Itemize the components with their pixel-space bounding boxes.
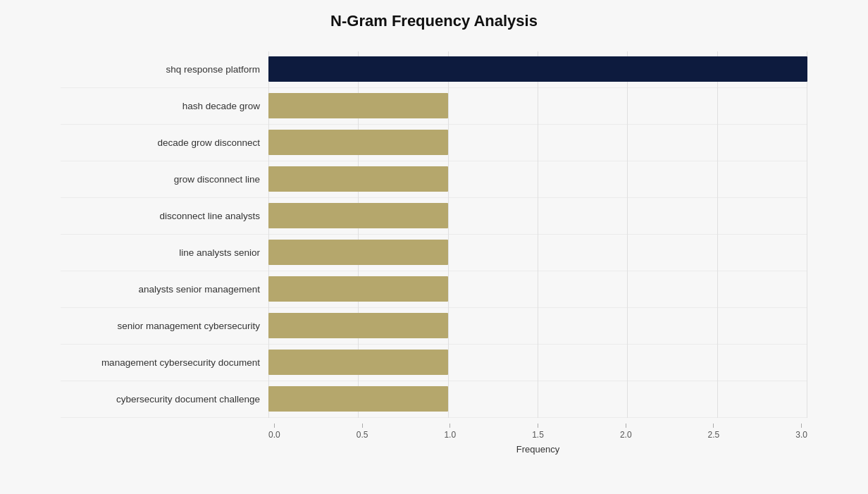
bar-track [268, 203, 807, 228]
bar-row: line analysts senior [61, 235, 807, 271]
bar-track [268, 240, 807, 265]
bar-track [268, 93, 807, 118]
bar-label: disconnect line analysts [61, 211, 268, 221]
x-tick-label: 0.0 [268, 430, 280, 440]
bar-label: shq response platform [61, 64, 268, 75]
x-tick-line [713, 424, 714, 428]
bar-label: management cybersecurity document [61, 357, 268, 368]
bar-row: disconnect line analysts [61, 198, 807, 235]
bar-label: grow disconnect line [61, 174, 268, 185]
x-axis-tick: 2.5 [708, 424, 720, 440]
bar-row: senior management cybersecurity [61, 308, 807, 345]
x-tick-line [450, 424, 450, 428]
bar-label: decade grow disconnect [61, 137, 268, 148]
bar-fill [268, 386, 448, 412]
bar-row: management cybersecurity document [61, 345, 807, 381]
x-tick-line [274, 424, 275, 428]
x-tick-line [626, 424, 626, 428]
x-axis-tick: 1.0 [444, 424, 456, 440]
bar-track [268, 276, 807, 302]
x-axis-tick: 3.0 [795, 424, 807, 440]
bar-label: senior management cybersecurity [61, 321, 268, 331]
x-tick-label: 1.5 [532, 430, 544, 440]
bar-row: hash decade grow [61, 88, 807, 125]
bar-track [268, 350, 807, 375]
x-axis-label: Frequency [268, 444, 807, 455]
bar-fill [268, 240, 448, 265]
bar-row: analysts senior management [61, 271, 807, 308]
bar-fill [268, 203, 448, 228]
x-tick-label: 1.0 [444, 430, 456, 440]
bar-track [268, 130, 807, 155]
bar-row: decade grow disconnect [61, 125, 807, 161]
x-tick-line [538, 424, 538, 428]
x-tick-line [362, 424, 363, 428]
bar-label: analysts senior management [61, 284, 268, 295]
x-tick-label: 3.0 [795, 430, 807, 440]
x-tick-label: 2.0 [620, 430, 632, 440]
bar-fill [268, 350, 448, 375]
bar-track [268, 56, 807, 82]
x-tick-line [801, 424, 802, 428]
x-axis-tick: 2.0 [620, 424, 632, 440]
bar-fill [268, 166, 448, 192]
chart-container: N-Gram Frequency Analysis shq response p… [46, 0, 822, 494]
bar-track [268, 313, 807, 338]
x-axis-tick: 0.5 [356, 424, 368, 440]
bar-label: hash decade grow [61, 101, 268, 111]
x-axis-tick: 0.0 [268, 424, 280, 440]
bar-row: shq response platform [61, 51, 807, 88]
bar-fill [268, 130, 448, 155]
bars-wrapper: shq response platformhash decade growdec… [61, 51, 807, 418]
bar-row: cybersecurity document challenge [61, 381, 807, 418]
bar-track [268, 166, 807, 192]
bar-label: line analysts senior [61, 247, 268, 258]
bar-fill [268, 93, 448, 118]
bar-row: grow disconnect line [61, 161, 807, 198]
bar-fill [268, 276, 448, 302]
x-axis-ticks: 0.00.51.01.52.02.53.0 [268, 424, 807, 440]
bar-label: cybersecurity document challenge [61, 394, 268, 405]
x-axis-tick: 1.5 [532, 424, 544, 440]
x-axis: 0.00.51.01.52.02.53.0 [268, 424, 807, 440]
chart-title: N-Gram Frequency Analysis [61, 12, 807, 30]
bar-track [268, 386, 807, 412]
x-tick-label: 0.5 [356, 430, 368, 440]
bar-fill [268, 56, 807, 82]
bar-fill [268, 313, 448, 338]
chart-area: shq response platformhash decade growdec… [61, 51, 807, 418]
x-tick-label: 2.5 [708, 430, 720, 440]
